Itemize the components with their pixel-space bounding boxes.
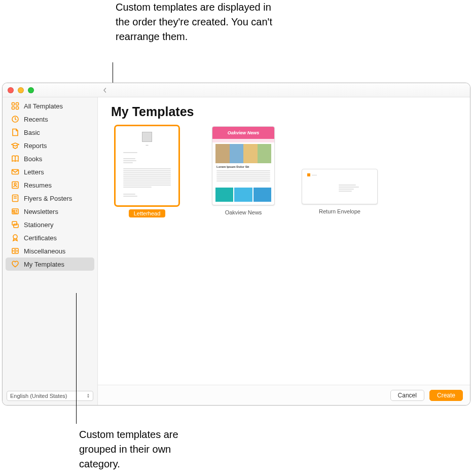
cancel-button[interactable]: Cancel [390, 390, 424, 401]
thumbnail-banner-text: Oakview News [212, 127, 274, 139]
sidebar-item-label: Resumes [24, 181, 52, 189]
sidebar-item-label: Miscellaneous [24, 247, 65, 255]
language-selector-label: English (United States) [10, 393, 67, 399]
heart-icon [11, 260, 20, 269]
sidebar-item-certificates[interactable]: Certificates [6, 231, 94, 244]
sidebar-item-label: Reports [24, 142, 47, 150]
grid-icon [11, 101, 20, 111]
template-tile-letterhead[interactable]: — [109, 126, 185, 217]
mail-icon [11, 167, 20, 176]
template-thumbnail: — [116, 126, 178, 205]
poster-icon [11, 194, 20, 203]
callout-line-bottom [76, 293, 77, 424]
content-area: My Templates — [98, 97, 470, 405]
create-button[interactable]: Create [429, 390, 463, 401]
sidebar-item-label: My Templates [24, 261, 64, 268]
template-grid: — [98, 122, 470, 385]
sidebar-item-label: Certificates [24, 234, 57, 242]
sidebar-item-flyers-posters[interactable]: Flyers & Posters [6, 192, 94, 205]
drawer-icon [11, 246, 20, 255]
template-tile-label: Return Envelope [319, 208, 360, 214]
sidebar-toggle-button[interactable] [100, 85, 110, 95]
sidebar-item-stationery[interactable]: Stationery [6, 218, 94, 231]
sidebar-item-label: Letters [24, 168, 44, 176]
svg-point-7 [14, 183, 16, 185]
close-window-button[interactable] [8, 87, 14, 93]
sidebar-item-label: Basic [24, 129, 40, 136]
clock-icon [11, 115, 20, 124]
person-icon [11, 180, 20, 190]
sidebar-item-my-templates[interactable]: My Templates [6, 258, 94, 271]
template-tile-oakview-news[interactable]: Oakview News Lorem Ipsum Dolor Sit Oakvi… [205, 126, 281, 215]
template-tile-return-envelope[interactable]: —— Return Envelope [302, 126, 378, 214]
sidebar-item-resumes[interactable]: Resumes [6, 178, 94, 192]
callout-text-bottom: Custom templates are grouped in their ow… [79, 427, 211, 471]
sidebar-item-basic[interactable]: Basic [6, 126, 94, 139]
book-icon [11, 154, 20, 163]
chevron-left-icon [102, 88, 107, 93]
sidebar: All Templates Recents Basic Reports [3, 97, 98, 405]
zoom-window-button[interactable] [28, 87, 34, 93]
sidebar-category-list: All Templates Recents Basic Reports [3, 97, 97, 388]
sidebar-item-miscellaneous[interactable]: Miscellaneous [6, 244, 94, 258]
svg-rect-10 [12, 222, 17, 225]
sidebar-item-all-templates[interactable]: All Templates [6, 99, 94, 113]
window-titlebar [3, 83, 470, 97]
callout-text-top: Custom templates are displayed in the or… [116, 0, 273, 44]
news-icon [11, 207, 20, 216]
svg-rect-11 [14, 224, 18, 228]
svg-rect-0 [12, 103, 15, 105]
school-icon [11, 141, 20, 150]
sidebar-item-recents[interactable]: Recents [6, 113, 94, 126]
svg-rect-2 [12, 107, 15, 109]
template-tile-label: Oakview News [225, 209, 262, 215]
footer-bar: Cancel Create [98, 385, 470, 405]
thumbnail-subtitle-text: Lorem Ipsum Dolor Sit [216, 165, 249, 168]
template-chooser-window: All Templates Recents Basic Reports [2, 83, 470, 406]
content-header: My Templates [98, 97, 470, 122]
svg-rect-3 [16, 107, 19, 109]
minimize-window-button[interactable] [18, 87, 24, 93]
template-tile-label: Letterhead [129, 209, 166, 217]
svg-point-12 [13, 235, 17, 239]
template-thumbnail: Oakview News Lorem Ipsum Dolor Sit [212, 126, 275, 205]
card-icon [11, 220, 20, 229]
template-thumbnail: —— [302, 169, 378, 204]
sidebar-item-label: All Templates [24, 102, 63, 110]
language-selector[interactable]: English (United States) ▲▼ [7, 391, 93, 401]
sidebar-item-label: Stationery [24, 221, 54, 229]
ribbon-icon [11, 233, 20, 242]
sidebar-item-reports[interactable]: Reports [6, 139, 94, 152]
sidebar-item-letters[interactable]: Letters [6, 165, 94, 178]
sidebar-item-books[interactable]: Books [6, 152, 94, 165]
svg-rect-1 [16, 103, 19, 105]
chevron-updown-icon: ▲▼ [87, 393, 90, 398]
sidebar-item-label: Flyers & Posters [24, 195, 72, 202]
traffic-lights [8, 87, 34, 93]
sidebar-item-newsletters[interactable]: Newsletters [6, 205, 94, 218]
page-icon [11, 128, 20, 137]
sidebar-item-label: Recents [24, 116, 48, 123]
sidebar-item-label: Books [24, 155, 42, 163]
sidebar-item-label: Newsletters [24, 208, 58, 215]
